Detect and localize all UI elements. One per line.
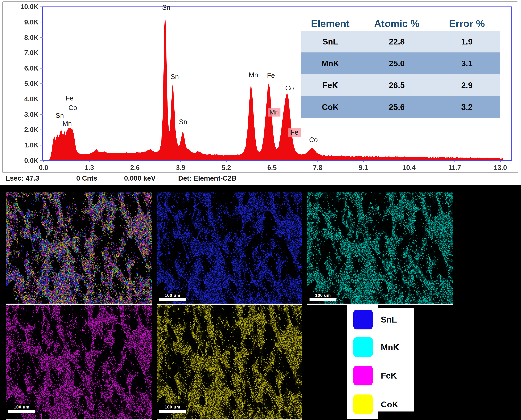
table-row: CoK 25.6 3.2 (301, 96, 500, 118)
legend-swatch-mnk (353, 337, 373, 357)
status-bar: Lsec: 47.3 0 Cnts 0.000 keV Det: Element… (0, 174, 521, 184)
map-cok-canvas (157, 305, 302, 419)
peak-label-co: Co (309, 136, 318, 143)
scale-bar-line (8, 410, 35, 413)
y-tick-label: 8.0K (24, 34, 39, 41)
status-lsec: Lsec: 47.3 (6, 174, 39, 182)
x-tick-label: 2.6 (130, 164, 140, 171)
scale-bar: 100 um (159, 405, 186, 413)
status-energy: 0.000 keV (124, 174, 156, 182)
map-panel-fek: 100 um (6, 305, 152, 420)
scale-bar-label: 100 um (159, 293, 186, 298)
x-tick-label: 9.1 (359, 164, 368, 171)
table-row: SnL 22.8 1.9 (301, 31, 500, 52)
y-tick-label: 5.0K (24, 80, 39, 87)
scale-bar-line (159, 298, 186, 301)
error-cell: 1.9 (434, 37, 500, 46)
element-cell: FeK (301, 81, 360, 90)
map-panel-cok: 100 um (157, 305, 302, 420)
legend-label-snl: SnL (381, 314, 413, 325)
quant-header-error: Error % (434, 18, 500, 29)
x-tick-label: 0.0 (39, 164, 48, 171)
legend-swatch-snl (353, 310, 373, 330)
peak-label-fe: Fe (291, 129, 298, 136)
map-composite-canvas (6, 192, 152, 304)
map-panel-snl: 100 um (157, 192, 302, 305)
element-maps-area: 100 um 100 um 100 um 100 um (0, 185, 521, 420)
x-tick-label: 1.3 (84, 164, 94, 171)
scale-bar: 100 um (8, 405, 35, 413)
y-tick-label: 4.0K (24, 95, 39, 103)
map-fek-canvas (6, 305, 152, 419)
element-cell: MnK (301, 59, 360, 68)
scale-bar-label: 100 um (310, 293, 336, 298)
x-tick-label: 10.4 (402, 164, 415, 171)
quant-results-table: Element Atomic % Error % SnL 22.8 1.9 Mn… (301, 16, 500, 118)
scale-bar-label: 100 um (159, 405, 186, 410)
peak-label-co: Co (285, 84, 294, 92)
y-tick-label: 3.0K (24, 111, 39, 118)
status-detector: Det: Element-C2B (178, 174, 236, 182)
peak-label-co: Co (68, 104, 77, 112)
peak-label-mn: Mn (249, 71, 258, 79)
x-tick-label: 5.2 (222, 164, 231, 171)
table-row: FeK 26.5 2.9 (301, 74, 500, 96)
y-tick-label: 9.0K (24, 18, 39, 26)
table-row: MnK 25.0 3.1 (301, 52, 500, 74)
atomic-cell: 22.8 (360, 37, 434, 46)
error-cell: 3.2 (434, 102, 500, 112)
peak-label-sn: Sn (171, 73, 179, 81)
eds-spectrum-panel: 0.0K1.0K2.0K3.0K4.0K5.0K6.0K7.0K8.0K9.0K… (2, 1, 518, 173)
peak-label-mn: Mn (62, 120, 72, 127)
map-snl-canvas (157, 192, 302, 304)
scale-bar-label: 100 um (8, 405, 35, 410)
atomic-cell: 25.0 (360, 59, 434, 68)
element-cell: SnL (301, 37, 360, 46)
y-tick-label: 1.0K (24, 142, 39, 149)
map-panel-mnk: 100 um (307, 192, 453, 305)
peak-label-mn: Mn (269, 108, 279, 116)
element-cell: CoK (301, 102, 360, 112)
peak-label-sn: Sn (179, 118, 187, 126)
x-tick-label: 11.7 (448, 164, 461, 171)
scale-bar: 100 um (159, 293, 186, 301)
peak-label-sn: Sn (56, 112, 64, 119)
map-mnk-canvas (307, 192, 453, 304)
y-tick-label: 6.0K (24, 65, 39, 72)
y-tick-label: 7.0K (24, 49, 39, 57)
atomic-cell: 26.5 (360, 81, 434, 90)
x-tick-label: 7.8 (313, 164, 323, 171)
scale-bar-line (159, 410, 186, 413)
legend-label-fek: FeK (381, 370, 413, 381)
scale-bar: 100 um (310, 293, 336, 301)
quant-header-atomic: Atomic % (360, 18, 434, 29)
legend-label-mnk: MnK (381, 342, 413, 353)
legend-swatch-cok (353, 395, 373, 414)
peak-label-sn: Sn (162, 4, 170, 11)
y-tick-label: 0.0K (24, 157, 39, 164)
legend-label-cok: CoK (381, 399, 413, 410)
peak-label-fe: Fe (66, 94, 73, 102)
map-panel-composite (6, 192, 152, 305)
y-tick-label: 2.0K (24, 126, 39, 134)
error-cell: 2.9 (434, 81, 500, 90)
legend-swatch-fek (353, 366, 373, 385)
quant-table-header-row: Element Atomic % Error % (301, 16, 500, 31)
quant-header-element: Element (301, 18, 360, 29)
error-cell: 3.1 (434, 59, 500, 68)
x-tick-label: 13.0 (494, 164, 507, 171)
x-tick-label: 6.5 (267, 164, 277, 171)
y-tick-label: 10.0K (21, 3, 39, 10)
x-tick-label: 3.9 (176, 164, 185, 171)
atomic-cell: 25.6 (360, 102, 434, 112)
peak-label-fe: Fe (267, 72, 275, 79)
scale-bar-line (310, 298, 336, 301)
status-counts: 0 Cnts (76, 174, 97, 182)
